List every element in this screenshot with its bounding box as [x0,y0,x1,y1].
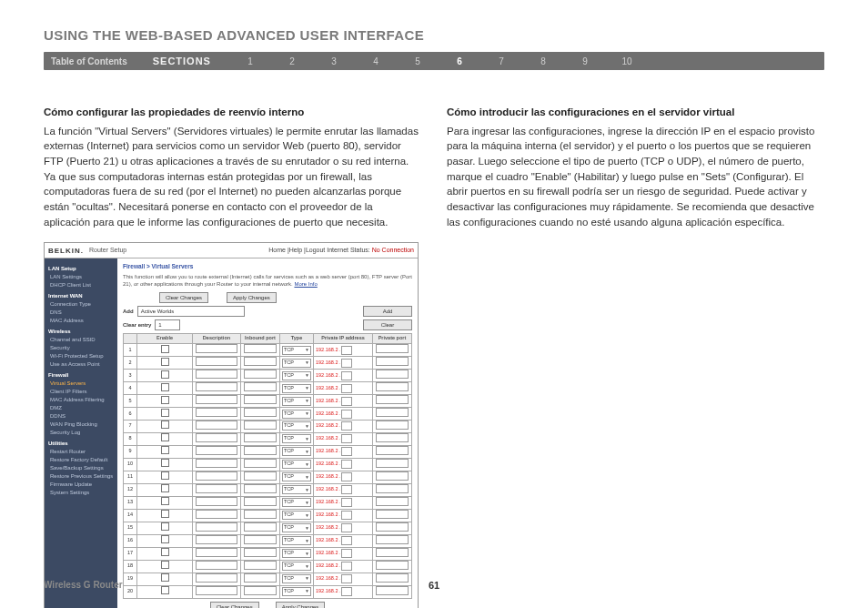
private-port-input[interactable] [376,497,409,506]
description-input[interactable] [196,370,237,379]
enable-checkbox[interactable] [161,497,169,505]
private-ip-field[interactable]: 192.168.2. [316,371,370,380]
section-10[interactable]: 10 [606,56,648,66]
private-ip-field[interactable]: 192.168.2. [316,447,370,456]
sidebar-item[interactable]: LAN Settings [48,273,114,281]
sidebar-item[interactable]: Security [48,344,114,352]
type-select[interactable]: TCP▼ [282,472,311,481]
enable-checkbox[interactable] [161,484,169,492]
add-button[interactable]: Add [363,306,412,317]
sidebar-item[interactable]: Use as Access Point [48,360,114,369]
enable-checkbox[interactable] [161,459,169,467]
type-select[interactable]: TCP▼ [282,384,311,393]
private-port-input[interactable] [376,408,409,417]
enable-checkbox[interactable] [161,370,169,379]
type-select[interactable]: TCP▼ [282,410,311,419]
sidebar-item[interactable]: Restore Factory Default [48,456,114,464]
enable-checkbox[interactable] [161,433,169,441]
private-port-input[interactable] [376,484,409,493]
section-7[interactable]: 7 [480,56,522,66]
add-select[interactable]: Active Worlds [137,306,245,317]
enable-checkbox[interactable] [161,409,169,417]
private-ip-field[interactable]: 192.168.2. [316,346,370,355]
private-port-input[interactable] [376,370,409,379]
description-input[interactable] [196,510,237,519]
description-input[interactable] [196,446,237,455]
private-port-input[interactable] [376,433,409,442]
private-port-input[interactable] [376,446,409,455]
private-ip-field[interactable]: 192.168.2. [316,384,370,393]
private-ip-field[interactable]: 192.168.2. [316,498,370,507]
section-2[interactable]: 2 [271,56,313,66]
private-port-input[interactable] [376,382,409,391]
description-input[interactable] [196,421,237,430]
type-select[interactable]: TCP▼ [282,460,311,469]
clear-changes-button-bottom[interactable]: Clear Changes [210,602,259,608]
description-input[interactable] [196,433,237,442]
inbound-port-input[interactable] [244,484,277,493]
enable-checkbox[interactable] [161,421,169,429]
inbound-port-input[interactable] [244,433,277,442]
private-ip-field[interactable]: 192.168.2. [316,549,370,558]
type-select[interactable]: TCP▼ [282,397,311,406]
private-port-input[interactable] [376,344,409,353]
enable-checkbox[interactable] [161,396,169,404]
clear-entry-select[interactable]: 1 [155,319,180,330]
section-8[interactable]: 8 [522,56,564,66]
sidebar-item[interactable]: WAN Ping Blocking [48,421,114,429]
sidebar-item[interactable]: DDNS [48,412,114,421]
inbound-port-input[interactable] [244,459,277,468]
inbound-port-input[interactable] [244,446,277,455]
enable-checkbox[interactable] [161,561,169,569]
private-port-input[interactable] [376,548,409,557]
inbound-port-input[interactable] [244,357,277,366]
private-ip-field[interactable]: 192.168.2. [316,359,370,368]
sidebar-item[interactable]: Wi-Fi Protected Setup [48,352,114,360]
inbound-port-input[interactable] [244,395,277,404]
section-5[interactable]: 5 [397,56,439,66]
enable-checkbox[interactable] [161,446,169,454]
inbound-port-input[interactable] [244,344,277,353]
private-port-input[interactable] [376,357,409,366]
inbound-port-input[interactable] [244,497,277,506]
private-ip-field[interactable]: 192.168.2. [316,485,370,494]
description-input[interactable] [196,522,237,532]
sidebar-item[interactable]: Security Log [48,429,114,437]
type-select[interactable]: TCP▼ [282,346,311,355]
sidebar-item[interactable]: MAC Address [48,317,114,325]
private-ip-field[interactable]: 192.168.2. [316,460,370,469]
inbound-port-input[interactable] [244,408,277,417]
clear-button[interactable]: Clear [363,319,412,330]
type-select[interactable]: TCP▼ [282,523,311,532]
inbound-port-input[interactable] [244,510,277,519]
enable-checkbox[interactable] [161,345,169,353]
enable-checkbox[interactable] [161,548,169,556]
inbound-port-input[interactable] [244,561,277,570]
type-select[interactable]: TCP▼ [282,511,311,520]
private-port-input[interactable] [376,471,409,481]
type-select[interactable]: TCP▼ [282,421,311,431]
section-1[interactable]: 1 [229,56,271,66]
private-ip-field[interactable]: 192.168.2. [316,434,370,443]
section-9[interactable]: 9 [564,56,606,66]
description-input[interactable] [196,484,237,493]
type-select[interactable]: TCP▼ [282,536,311,545]
inbound-port-input[interactable] [244,548,277,557]
private-ip-field[interactable]: 192.168.2. [316,536,370,545]
private-port-input[interactable] [376,522,409,532]
private-port-input[interactable] [376,535,409,544]
sidebar-item[interactable]: MAC Address Filtering [48,396,114,404]
description-input[interactable] [196,497,237,506]
type-select[interactable]: TCP▼ [282,562,311,571]
private-ip-field[interactable]: 192.168.2. [316,523,370,532]
inbound-port-input[interactable] [244,535,277,544]
sidebar-item[interactable]: Client IP Filters [48,388,114,396]
type-select[interactable]: TCP▼ [282,485,311,494]
sidebar-item[interactable]: Channel and SSID [48,336,114,344]
enable-checkbox[interactable] [161,535,169,543]
clear-changes-button[interactable]: Clear Changes [159,292,208,303]
private-port-input[interactable] [376,421,409,430]
sidebar-item[interactable]: DMZ [48,404,114,412]
private-ip-field[interactable]: 192.168.2. [316,421,370,431]
type-select[interactable]: TCP▼ [282,498,311,507]
